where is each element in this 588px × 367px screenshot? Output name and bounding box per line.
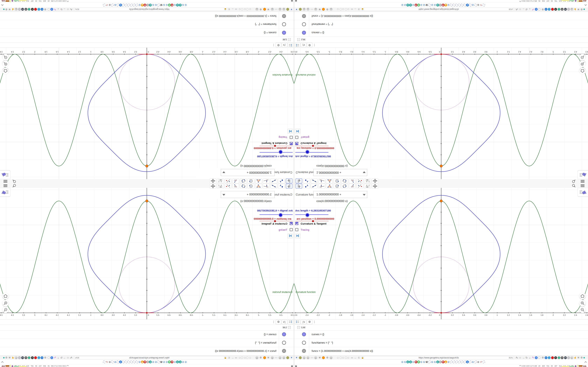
chevron-down-icon[interactable] [222, 171, 225, 173]
gear-icon[interactable]: ⚙ [5, 8, 8, 11]
favicon-chat-blue[interactable]: ● [119, 360, 122, 363]
home-button[interactable] [579, 293, 586, 299]
favicon-google[interactable]: G [173, 4, 176, 7]
favicon-gear[interactable]: ⚙ [108, 4, 111, 7]
tool-angle[interactable]: α [233, 178, 239, 183]
zoom-in-button[interactable] [579, 300, 586, 307]
download-icon[interactable]: ↓ [528, 356, 531, 359]
arc-length-slider[interactable] [259, 214, 293, 215]
favicon-f-red[interactable]: f [480, 4, 483, 7]
red-circle-icon[interactable] [34, 356, 37, 359]
trash-dark-icon[interactable]: ≡ [554, 8, 557, 11]
fx-icon[interactable]: ƒx [301, 320, 306, 324]
favicon-flower[interactable] [428, 4, 431, 7]
graphics-stylebar-popup[interactable] [0, 170, 10, 179]
download-icon[interactable]: ↓ [57, 8, 60, 11]
chevron-up-icon[interactable] [1, 361, 3, 363]
tool-move-cursor[interactable] [286, 184, 293, 189]
checkbox-unchecked-icon[interactable] [290, 136, 293, 139]
graphics-stylebar-popup[interactable] [578, 188, 588, 197]
translate-icon[interactable]: Aₓ [515, 356, 518, 359]
globe-icon[interactable]: ⊕ [282, 356, 285, 359]
favicon-whatsapp[interactable]: ✆ [168, 4, 171, 7]
favicon-teal-circle[interactable]: ● [179, 4, 182, 7]
pencil-multicolor-icon[interactable]: ✎ [532, 356, 535, 359]
fx-icon[interactable]: ƒx [282, 320, 287, 324]
shield-gray-icon[interactable] [567, 356, 570, 359]
tool-conic-through-points[interactable] [341, 178, 348, 183]
back-arrow-icon[interactable]: ← [231, 356, 234, 359]
kebab-menu-icon[interactable]: ⋮ [313, 320, 316, 324]
search-icon[interactable] [12, 179, 17, 183]
favicon-f-red[interactable]: f [480, 360, 483, 363]
dot-circle-icon[interactable]: · [244, 357, 246, 359]
circle-icon[interactable] [246, 357, 248, 359]
globe-color-icon[interactable] [28, 8, 31, 11]
box-d-icon[interactable]: D [561, 356, 563, 359]
slider-knob[interactable] [305, 213, 309, 217]
zoom-out-button[interactable] [2, 54, 9, 60]
tool-point[interactable]: A [278, 178, 285, 183]
checkbox-unchecked-icon[interactable] [290, 228, 293, 231]
zoom-out-button[interactable] [2, 307, 9, 313]
arc-length-slider[interactable] [295, 152, 329, 153]
algebra-row-1[interactable]: funcNames = {" "} [294, 339, 588, 347]
algebra-row-1[interactable]: funcNames = {" "} [0, 339, 294, 347]
slider-knob[interactable] [279, 150, 283, 154]
globe-gray-icon[interactable]: ⊕ [571, 356, 573, 359]
favicon-flower[interactable] [130, 360, 133, 363]
globe-icon[interactable]: ⊕ [330, 8, 332, 11]
trash-dark-icon[interactable]: ≡ [31, 8, 34, 11]
favicon-teal-circle[interactable]: ● [176, 360, 179, 363]
tool-line[interactable] [311, 178, 318, 183]
firefox-icon[interactable] [322, 8, 325, 11]
zoom-out-button[interactable] [579, 307, 586, 313]
tool-polygon[interactable] [255, 184, 262, 189]
lock-icon[interactable]: 🔒 [361, 8, 364, 11]
tool-perpendicular-line[interactable] [319, 178, 325, 183]
tool-reflect-about-line[interactable] [356, 178, 363, 183]
pencil-multicolor-icon[interactable]: ✎ [53, 8, 57, 11]
favicon-yandex[interactable]: R [144, 360, 147, 363]
shield-icon[interactable]: ⯡ [227, 356, 231, 359]
favicon-wikipedia[interactable]: W [160, 360, 163, 363]
favicon-flower[interactable] [111, 4, 114, 7]
favicon-teal-circle[interactable]: ● [436, 4, 439, 7]
globe-icon[interactable]: ⊕ [256, 356, 258, 359]
url-bar[interactable]: https://www.geogebra.org/classic/aagcxh3… [364, 8, 514, 11]
folder-icon[interactable]: ▭ [351, 8, 354, 11]
favicon-photos[interactable]: ▲ [141, 4, 144, 7]
shield-ud-icon[interactable]: UD [21, 356, 24, 359]
curvature-function-input[interactable]: 1.000000000000 + cos(4.000000000000 x) [221, 191, 275, 198]
trash-dark-icon[interactable]: ≡ [31, 356, 34, 359]
olive-circle-icon[interactable] [286, 8, 289, 11]
favicon-google[interactable]: G [114, 4, 117, 7]
favicon-wikipedia[interactable]: W [160, 4, 163, 7]
slider-knob[interactable] [312, 145, 314, 147]
favicon-gear[interactable]: ⚙ [477, 4, 480, 7]
teal-dot-icon[interactable] [583, 8, 585, 10]
visibility-toggle-icon[interactable] [282, 349, 286, 353]
algebra-row-2[interactable]: funcs = {1.000000000000 + cos(4.00000000… [0, 347, 294, 355]
tool-slider[interactable]: a = 2 [217, 184, 224, 189]
favicon-google[interactable]: G [401, 4, 404, 7]
algebra-row-0[interactable]: curves = {} [294, 330, 588, 339]
algebra-row-2[interactable]: funcs = {1.000000000000 + cos(4.00000000… [294, 347, 588, 355]
shield-down-icon[interactable]: ↓ [37, 8, 40, 11]
chevron-down-icon[interactable] [363, 171, 366, 173]
favicon-flower[interactable] [127, 360, 130, 363]
favicon-flower[interactable] [103, 360, 106, 363]
curvature-function-input[interactable]: 1.000000000000 + cos(4.000000000000 x) [313, 191, 367, 198]
translate-blue-icon[interactable]: A [535, 356, 538, 359]
chevron-up-icon[interactable] [1, 4, 3, 6]
tool-circle-center-point[interactable] [248, 184, 254, 189]
thumb-icon[interactable]: ☝ [574, 356, 577, 359]
favicon-gear[interactable]: ⚙ [108, 360, 111, 363]
play-pause-button[interactable] [295, 234, 301, 238]
favicon-flower[interactable] [117, 360, 119, 363]
favicon-google[interactable]: G [423, 4, 425, 7]
gear-icon[interactable]: ⚙ [276, 320, 281, 324]
tool-angle[interactable]: α [349, 178, 356, 183]
favicon-google[interactable]: G [163, 360, 165, 363]
visibility-toggle-icon[interactable] [282, 14, 286, 18]
